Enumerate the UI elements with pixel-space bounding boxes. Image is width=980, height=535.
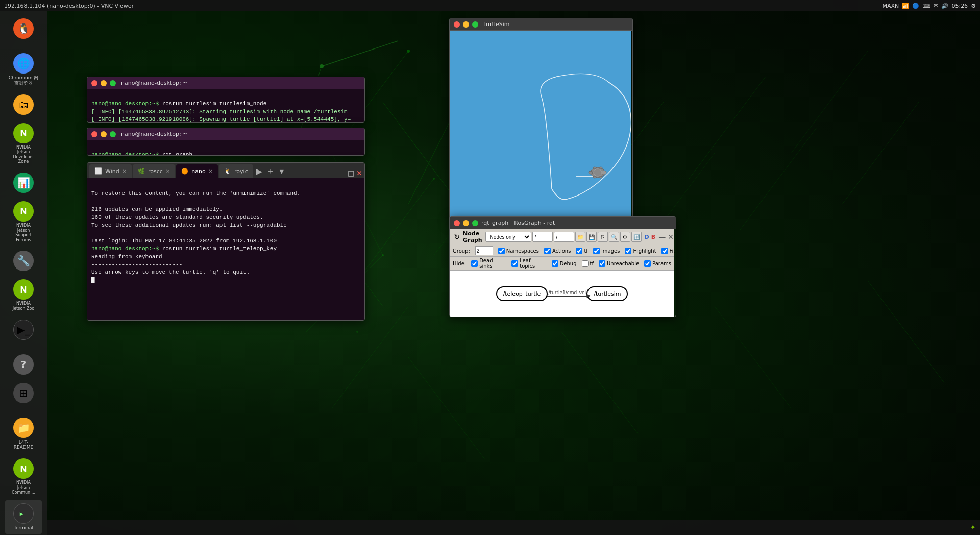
svg-line-30 — [322, 41, 398, 66]
svg-line-6 — [357, 179, 434, 281]
turtlesim-maximize-btn[interactable] — [472, 21, 478, 28]
rqt-leaf-topics-check[interactable]: Leaf topics — [511, 258, 546, 269]
graph-node-turtlesim[interactable]: /turtlesim — [586, 286, 628, 301]
tab-nano[interactable]: 🟠 nano ✕ — [176, 164, 218, 178]
sidebar-item-files[interactable]: 🗂 — [5, 91, 42, 118]
tabbed-terminal-close[interactable]: ✕ — [356, 169, 362, 177]
sidebar-item-nvidia-dev[interactable]: N NVIDIAJetsonDeveloperZone — [5, 120, 42, 167]
sidebar-item-apps[interactable]: ⊞ — [5, 380, 42, 406]
tabbed-terminal[interactable]: ⬜ Wind ✕ 🌿 roscc ✕ 🟠 nano ✕ 🐧 royic ▶ ＋ … — [87, 162, 365, 321]
debug-checkbox[interactable] — [552, 260, 558, 267]
rqt-topic-input[interactable] — [554, 232, 574, 242]
sidebar-item-ubuntu[interactable]: 🐧 — [5, 15, 42, 42]
unreachable-checkbox[interactable] — [599, 260, 605, 267]
terminal2-maximize-btn[interactable] — [110, 131, 116, 137]
actions-checkbox[interactable] — [544, 248, 551, 254]
tabbed-terminal-minimize[interactable]: — — [338, 169, 346, 177]
wind-tab-label: Wind — [105, 168, 119, 175]
sidebar-item-sheets[interactable]: 📊 — [5, 169, 42, 196]
sidebar: 🐧 🌐 Chromium 网页浏览器 🗂 N NVIDIAJetsonDevel… — [0, 11, 47, 535]
sidebar-item-chromium[interactable]: 🌐 Chromium 网页浏览器 — [5, 50, 42, 89]
rqt-wc-minus[interactable]: — — [658, 233, 666, 241]
namespaces-checkbox[interactable] — [498, 248, 505, 254]
sidebar-item-nvidia-support[interactable]: N NVIDIAJetsonSupportForums — [5, 198, 42, 246]
svg-point-35 — [589, 171, 593, 174]
tab-wind[interactable]: ⬜ Wind ✕ — [89, 164, 132, 178]
svg-line-23 — [791, 51, 868, 153]
tf-checkbox[interactable] — [576, 248, 582, 254]
rqt-wc-close[interactable]: ✕ — [668, 233, 674, 241]
rqt-gear-btn[interactable]: ⚙ — [620, 232, 630, 242]
node-graph: /teleop_turtle /turtle1/cmd_vel /turtles… — [460, 286, 664, 301]
rqt-folder-btn[interactable]: 📁 — [575, 232, 585, 242]
nano-tab-close[interactable]: ✕ — [209, 168, 213, 174]
tab-add-btn[interactable]: ＋ — [265, 164, 276, 178]
nano-tab-label: nano — [191, 168, 205, 175]
sidebar-item-nvidia-zoo[interactable]: N NVIDIAJetson Zoo — [5, 276, 42, 314]
rqt-copy-btn[interactable]: ⎘ — [598, 232, 608, 242]
tab-royic[interactable]: 🐧 royic — [219, 164, 253, 178]
sidebar-item-help[interactable]: ? — [5, 351, 42, 378]
rqt-debug-check[interactable]: Debug — [552, 260, 577, 267]
leaf-topics-checkbox[interactable] — [511, 260, 518, 267]
sidebar-item-settings[interactable]: 🔧 — [5, 248, 42, 274]
terminal1-maximize-btn[interactable] — [110, 80, 116, 86]
rqt-params-check[interactable]: Params — [644, 260, 671, 267]
roscc-tab-close[interactable]: ✕ — [166, 168, 170, 174]
terminal1-minimize-btn[interactable] — [101, 80, 107, 86]
sidebar-item-terminal-small[interactable]: ▶_ — [5, 317, 42, 343]
rqt-refresh2-btn[interactable]: 🔃 — [631, 232, 642, 242]
sidebar-item-terminal-app[interactable]: ▶_ Terminal — [5, 500, 42, 534]
dead-sinks-checkbox[interactable] — [471, 260, 478, 267]
terminal2-title: nano@nano-desktop: ~ — [121, 131, 187, 137]
rqt-fit-check[interactable]: Fit — [662, 248, 676, 254]
rqt-tf-check[interactable]: tf — [576, 248, 587, 254]
turtlesim-minimize-btn[interactable] — [463, 21, 469, 28]
rqt-maximize-btn[interactable] — [472, 220, 478, 226]
terminal2-close-btn[interactable] — [91, 131, 97, 137]
settings-icon[interactable]: ⚙ — [971, 3, 976, 9]
rqt-search-btn[interactable]: 🔍 — [609, 232, 619, 242]
images-checkbox[interactable] — [593, 248, 600, 254]
rqt-actions-check[interactable]: Actions — [544, 248, 571, 254]
terminal2-minimize-btn[interactable] — [101, 131, 107, 137]
svg-line-28 — [868, 281, 944, 383]
terminal-window-1[interactable]: nano@nano-desktop: ~ nano@nano-desktop:~… — [87, 77, 365, 123]
fit-checkbox[interactable] — [662, 248, 668, 254]
rqt-namespace-input[interactable] — [532, 232, 553, 242]
wind-tab-close[interactable]: ✕ — [122, 168, 127, 174]
rqt-filter-dropdown[interactable]: Nodes only Nodes/Topics (all) Nodes/Topi… — [485, 232, 531, 242]
terminal1-close-btn[interactable] — [91, 80, 97, 86]
graph-node-teleop[interactable]: /teleop_turtle — [496, 286, 548, 301]
terminal-window-2[interactable]: nano@nano-desktop: ~ nano@nano-desktop:~… — [87, 128, 365, 156]
tabbed-content-unminimize: To restore this content, you can run the… — [91, 190, 300, 197]
chromium-icon: 🌐 — [13, 53, 34, 74]
rqt-unreachable-check[interactable]: Unreachable — [599, 260, 639, 267]
rqt-minimize-btn[interactable] — [463, 220, 469, 226]
rqt-namespaces-check[interactable]: Namespaces — [498, 248, 539, 254]
tabbed-content-updates3: To see these additional updates run: apt… — [91, 222, 287, 228]
rqt-images-check[interactable]: Images — [593, 248, 620, 254]
rqt-tf2-check[interactable]: tf — [582, 260, 594, 267]
rqt-highlight-check[interactable]: Highlight — [625, 248, 656, 254]
rqt-close-btn[interactable] — [454, 220, 460, 226]
sidebar-item-l4t[interactable]: 📁 L4T-README — [5, 415, 42, 454]
params-checkbox[interactable] — [644, 260, 651, 267]
turtlesim-close-btn[interactable] — [454, 21, 460, 28]
rqt-refresh-btn[interactable]: ↻ — [452, 232, 462, 242]
rqt-dead-sinks-check[interactable]: Dead sinks — [471, 258, 506, 269]
tf2-checkbox[interactable] — [582, 260, 589, 267]
rqt-group-input[interactable] — [475, 246, 493, 255]
tab-roscc[interactable]: 🌿 roscc ✕ — [133, 164, 175, 178]
turtle-path-svg — [450, 31, 631, 220]
tab-more-btn[interactable]: ▶ — [254, 164, 264, 178]
turtlesim-window[interactable]: TurtleSim — [449, 18, 633, 222]
tab-chevron-down[interactable]: ▾ — [277, 164, 287, 178]
rqt-save-btn[interactable]: 💾 — [586, 232, 597, 242]
sidebar-label-nvidia-dev: NVIDIAJetsonDeveloperZone — [13, 145, 34, 164]
highlight-checkbox[interactable] — [625, 248, 631, 254]
svg-point-40 — [593, 167, 596, 169]
tabbed-terminal-maximize[interactable]: □ — [348, 169, 354, 177]
sidebar-item-nvidia-comms[interactable]: N NVIDIAJetsonCommuni... — [5, 455, 42, 498]
rqt-window[interactable]: rqt_graph__RosGraph - rqt ↻ Node Graph N… — [449, 216, 676, 317]
